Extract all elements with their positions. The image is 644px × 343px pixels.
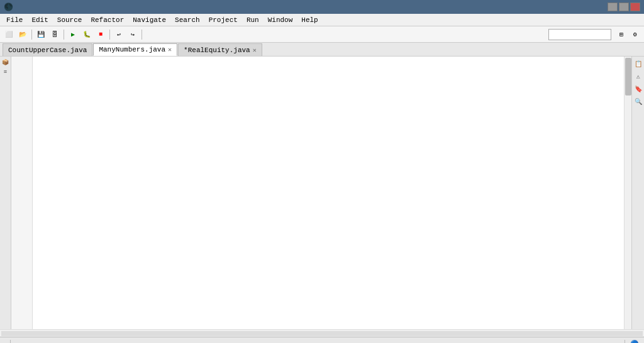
task-list-icon[interactable]: 📋 [633,59,643,69]
code-editor[interactable] [33,57,624,329]
menu-bar: FileEditSourceRefactorNavigateSearchProj… [0,14,644,26]
close-button[interactable] [630,3,640,11]
tab-manynumbers-close[interactable]: ✕ [168,46,172,53]
right-panel: 📋 ⚠ 🔖 🔍 [631,57,644,329]
vertical-scrollbar[interactable] [624,57,631,329]
toolbar-sep-2 [64,30,64,40]
menu-item-source[interactable]: Source [53,15,86,25]
maximize-button[interactable] [619,3,629,11]
preferences-button[interactable]: ⚙ [629,28,641,41]
outline-icon[interactable]: ≡ [1,69,10,78]
tab-bar: CountUpperCase.java ManyNumbers.java ✕ *… [0,43,644,57]
title-bar-controls [608,3,640,11]
quick-access-input[interactable] [548,29,611,40]
save-button[interactable]: 💾 [35,28,47,41]
tab-manynumbers-label: ManyNumbers.java [99,46,165,53]
menu-item-edit[interactable]: Edit [28,15,52,25]
run-button[interactable]: ▶ [67,28,79,41]
horizontal-scrollbar[interactable] [0,329,644,337]
menu-item-window[interactable]: Window [264,15,297,25]
line-numbers [11,57,33,329]
menu-item-project[interactable]: Project [205,15,242,25]
tab-realequity-label: *RealEquity.java [184,46,250,54]
status-icon: 🔵 [630,340,639,343]
left-icon-bar: 📦 ≡ [0,57,11,329]
tab-countuppercase-label: CountUpperCase.java [8,46,87,54]
toolbar-sep-4 [142,30,142,40]
new-button[interactable]: ⬜ [3,28,15,41]
title-bar-left: 🌑 [4,3,16,12]
editor-area [11,57,631,329]
tab-realequity-close[interactable]: ✕ [253,46,257,54]
menu-item-run[interactable]: Run [243,15,263,25]
tab-realequity[interactable]: *RealEquity.java ✕ [178,43,262,56]
package-explorer-icon[interactable]: 📦 [1,59,10,68]
bookmarks-icon[interactable]: 🔖 [633,84,643,94]
save-all-button[interactable]: 🗄 [48,28,61,41]
menu-item-refactor[interactable]: Refactor [87,15,128,25]
menu-item-file[interactable]: File [3,15,26,25]
menu-item-search[interactable]: Search [171,15,204,25]
tab-manynumbers[interactable]: ManyNumbers.java ✕ [93,43,177,56]
minimize-button[interactable] [608,3,618,11]
status-bar: 🔵 [0,337,644,343]
horizontal-scroll-track[interactable] [1,331,643,336]
status-right: 🔵 [619,340,639,344]
toolbar: ⬜ 📂 💾 🗄 ▶ 🐛 ■ ↩ ↪ ⊞ ⚙ [0,26,644,43]
toolbar-sep-3 [109,30,110,40]
status-sep-2 [625,340,625,344]
menu-item-help[interactable]: Help [297,15,321,25]
title-bar: 🌑 [0,0,644,14]
stop-button[interactable]: ■ [94,28,107,41]
undo-button[interactable]: ↩ [113,28,125,41]
toolbar-sep-1 [31,30,32,40]
problems-icon[interactable]: ⚠ [633,72,643,82]
menu-item-navigate[interactable]: Navigate [129,15,170,25]
main-container: 📦 ≡ 📋 ⚠ 🔖 🔍 [0,57,644,329]
redo-button[interactable]: ↪ [126,28,139,41]
quick-access-area [548,29,611,40]
app-icon: 🌑 [4,3,13,12]
open-button[interactable]: 📂 [16,28,29,41]
search-results-icon[interactable]: 🔍 [633,97,643,107]
debug-button[interactable]: 🐛 [80,28,93,41]
tab-countuppercase[interactable]: CountUpperCase.java [3,43,92,56]
status-sep-1 [10,340,11,344]
perspectives-button[interactable]: ⊞ [615,28,628,41]
